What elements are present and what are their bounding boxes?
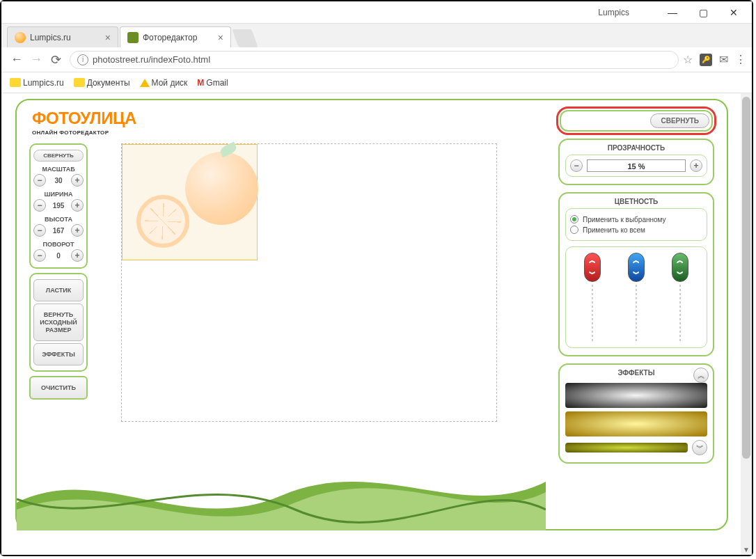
height-plus-button[interactable]: + [71,224,84,237]
opacity-title: ПРОЗРАЧНОСТЬ [565,144,707,152]
effects-scroll-down-button[interactable]: ︾ [692,440,707,455]
scale-value: 30 [46,177,71,184]
width-minus-button[interactable]: − [33,199,46,212]
effects-panel: ЭФФЕКТЫ ︽ ︾ document.querySelector('[dat… [558,363,714,464]
collapse-left-button[interactable]: СВЕРНУТЬ [33,150,84,162]
page-scrollbar[interactable]: ▲ ▼ [741,93,752,555]
slider-track [636,285,637,342]
effects-title: ЭФФЕКТЫ [565,369,707,377]
scale-label: МАСШТАБ [33,166,84,173]
decorative-wave [17,454,546,530]
effect-swatch-silver[interactable] [565,383,707,408]
width-label: ШИРИНА [33,191,84,198]
canvas-area[interactable] [121,143,497,422]
bookmark-mydisk[interactable]: Мой диск [137,78,191,88]
opacity-plus-button[interactable]: + [690,159,702,172]
address-bar: ← → ⟳ i photostreet.ru/indexFoto.html ☆ … [1,47,752,72]
page-content: ФОТОУЛИЦА ОНЛАЙН ФОТОРЕДАКТОР СВЕРНУТЬ М… [1,93,752,555]
tab-label: Lumpics.ru [30,33,71,42]
color-title: ЦВЕТНОСТЬ [565,198,707,205]
green-slider[interactable]: ︽︾ [672,253,688,342]
radio-off-icon [570,226,578,234]
eraser-button[interactable]: ЛАСТИК [33,279,84,301]
effects-scroll-up-button[interactable]: ︽ [693,368,709,383]
orange-illustration [185,152,258,225]
scale-plus-button[interactable]: + [71,174,84,187]
clear-button[interactable]: ОЧИСТИТЬ [29,376,88,400]
rotate-stepper: − 0 + [33,249,84,262]
scrollbar-thumb[interactable] [742,97,750,459]
orange-slice-illustration [136,195,189,248]
close-icon[interactable]: × [218,32,223,43]
bookmark-gmail[interactable]: MGmail [194,78,230,88]
red-knob[interactable]: ︽︾ [584,253,601,282]
new-tab-button[interactable] [232,29,258,47]
color-apply-group: Применить к выбранному Применить ко всем [565,208,707,241]
opacity-control: − 15 % + [565,155,707,177]
height-minus-button[interactable]: − [33,224,46,237]
window-maximize-button[interactable]: ▢ [688,2,718,23]
orange-icon [15,32,26,43]
tools-panel: ЛАСТИК ВЕРНУТЬ ИСХОДНЫЙ РАЗМЕР ЭФФЕКТЫ [29,273,88,372]
url-field[interactable]: i photostreet.ru/indexFoto.html [70,51,679,69]
effect-swatch-gold[interactable] [565,411,707,436]
bookmarks-bar: Lumpics.ru Документы Мой диск MGmail [1,72,752,93]
rotate-plus-button[interactable]: + [71,249,84,262]
tab-lumpics[interactable]: Lumpics.ru × [7,26,118,47]
tab-label: Фоторедактор [143,33,197,42]
rotate-minus-button[interactable]: − [33,249,46,262]
star-icon[interactable]: ☆ [683,53,693,66]
collapse-right-button[interactable]: СВЕРНУТЬ [650,113,709,128]
forward-button[interactable]: → [26,50,46,70]
color-panel: ЦВЕТНОСТЬ Применить к выбранному Примени… [558,192,714,356]
effect-swatch-olive[interactable] [565,443,688,452]
scroll-down-icon[interactable]: ▼ [741,544,752,555]
selected-image[interactable] [122,144,258,260]
slider-track [679,285,681,342]
width-stepper: − 195 + [33,199,84,212]
rgb-sliders: ︽︾ ︽︾ ︽︾ [565,246,707,348]
gmail-icon: M [197,78,204,88]
right-sidebar: СВЕРНУТЬ ПРОЗРАЧНОСТЬ − 15 % + ЦВЕТНОСТЬ [558,109,714,471]
tab-photoeditor[interactable]: Фоторедактор × [120,26,231,47]
effects-button[interactable]: ЭФФЕКТЫ [33,343,84,365]
rotate-label: ПОВОРОТ [33,241,84,248]
opacity-minus-button[interactable]: − [570,159,583,172]
close-icon[interactable]: × [105,32,111,43]
highlight-annotation: СВЕРНУТЬ [558,109,714,133]
opacity-value[interactable]: 15 % [587,159,686,172]
radio-on-icon [570,215,578,223]
apply-selected-radio[interactable]: Применить к выбранному [570,215,702,223]
blue-knob[interactable]: ︽︾ [628,253,645,282]
photo-editor-app: ФОТОУЛИЦА ОНЛАЙН ФОТОРЕДАКТОР СВЕРНУТЬ М… [15,99,728,530]
menu-icon[interactable]: ⋮ [735,53,746,66]
bookmark-lumpics[interactable]: Lumpics.ru [7,78,67,88]
height-label: ВЫСОТА [33,216,84,223]
height-value: 167 [46,227,71,235]
back-button[interactable]: ← [7,50,26,70]
site-info-icon[interactable]: i [77,54,88,65]
height-stepper: − 167 + [33,224,84,237]
window-minimize-button[interactable]: ― [657,2,688,23]
reload-button[interactable]: ⟳ [46,50,65,70]
opacity-panel: ПРОЗРАЧНОСТЬ − 15 % + [558,139,714,185]
window-close-button[interactable]: ✕ [718,2,749,23]
right-collapse-panel: СВЕРНУТЬ [560,110,713,132]
transform-panel: СВЕРНУТЬ МАСШТАБ − 30 + ШИРИНА − 195 + В… [29,143,88,269]
key-icon[interactable]: 🔑 [700,54,712,66]
drive-icon [140,79,150,87]
green-knob[interactable]: ︽︾ [672,253,688,282]
window-titlebar: Lumpics ― ▢ ✕ [1,1,752,24]
app-icon [127,32,139,43]
blue-slider[interactable]: ︽︾ [628,253,645,342]
bookmark-documents[interactable]: Документы [71,78,133,88]
left-toolbar: СВЕРНУТЬ МАСШТАБ − 30 + ШИРИНА − 195 + В… [29,143,88,402]
red-slider[interactable]: ︽︾ [584,253,601,342]
scale-minus-button[interactable]: − [33,174,46,187]
reset-size-button[interactable]: ВЕРНУТЬ ИСХОДНЫЙ РАЗМЕР [33,304,84,341]
logo-text: ФОТОУЛИЦА [32,109,136,128]
url-text: photostreet.ru/indexFoto.html [93,54,210,65]
apply-all-radio[interactable]: Применить ко всем [570,226,702,234]
mail-icon[interactable]: ✉ [719,53,728,66]
width-plus-button[interactable]: + [71,199,84,212]
